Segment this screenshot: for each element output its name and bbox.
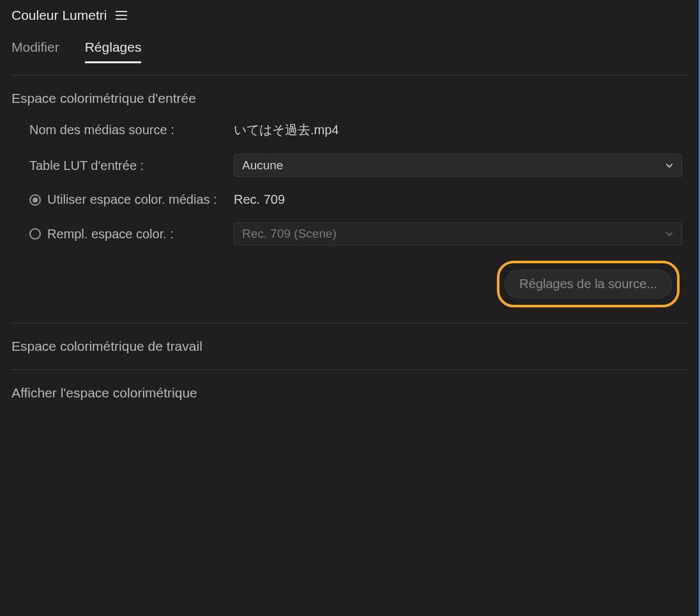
display-cs-title: Afficher l'espace colorimétrique: [11, 385, 197, 400]
working-color-space-section[interactable]: Espace colorimétrique de travail: [0, 323, 699, 369]
radio-override-cs[interactable]: [29, 228, 41, 240]
chevron-down-icon: [665, 161, 674, 170]
highlight-annotation: Réglages de la source...: [497, 261, 680, 307]
use-media-cs-label: Utiliser espace color. médias :: [47, 192, 217, 207]
source-media-name-row: Nom des médias source : いてはそ過去.mp4: [11, 121, 687, 139]
working-cs-title: Espace colorimétrique de travail: [11, 339, 202, 353]
display-color-space-section[interactable]: Afficher l'espace colorimétrique: [0, 370, 699, 416]
input-lut-row: Table LUT d'entrée : Aucune: [11, 154, 687, 177]
panel-header: Couleur Lumetri: [0, 0, 699, 28]
override-cs-dropdown: Rec. 709 (Scene): [234, 222, 682, 245]
chevron-down-icon: [665, 229, 674, 238]
use-media-cs-value: Rec. 709: [234, 192, 285, 207]
use-media-cs-row: Utiliser espace color. médias : Rec. 709: [11, 192, 687, 207]
override-cs-label: Rempl. espace color. :: [47, 227, 174, 242]
tab-settings[interactable]: Réglages: [85, 40, 142, 63]
source-media-name-label: Nom des médias source :: [29, 123, 234, 137]
input-lut-dropdown[interactable]: Aucune: [234, 154, 682, 177]
lumetri-color-panel: Couleur Lumetri Modifier Réglages Espace…: [0, 0, 700, 616]
source-media-name-value: いてはそ過去.mp4: [234, 121, 339, 139]
use-media-cs-option[interactable]: Utiliser espace color. médias :: [29, 192, 234, 207]
tab-modify[interactable]: Modifier: [11, 40, 59, 63]
radio-use-media-cs[interactable]: [29, 194, 41, 206]
override-cs-value: Rec. 709 (Scene): [242, 227, 337, 241]
input-cs-title: Espace colorimétrique d'entrée: [11, 91, 687, 106]
source-settings-button[interactable]: Réglages de la source...: [505, 270, 672, 298]
hamburger-menu-icon[interactable]: [116, 11, 127, 20]
panel-title: Couleur Lumetri: [11, 8, 107, 23]
override-cs-row: Rempl. espace color. : Rec. 709 (Scene): [11, 222, 687, 245]
tab-bar: Modifier Réglages: [0, 28, 699, 63]
override-cs-option[interactable]: Rempl. espace color. :: [29, 227, 234, 242]
input-color-space-section: Espace colorimétrique d'entrée Nom des m…: [0, 75, 699, 323]
source-settings-wrap: Réglages de la source...: [11, 261, 687, 307]
input-lut-value: Aucune: [242, 158, 283, 173]
input-lut-label: Table LUT d'entrée :: [29, 158, 234, 173]
